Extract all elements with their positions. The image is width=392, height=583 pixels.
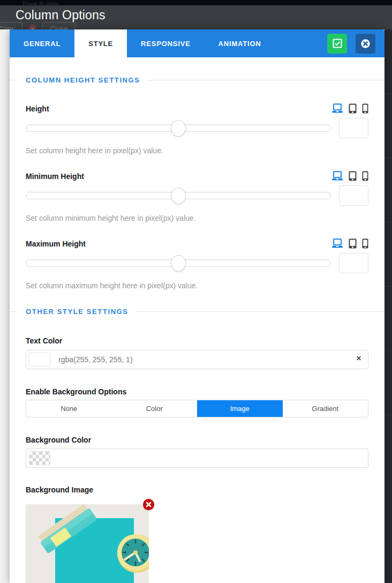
close-button[interactable]: Close (42, 22, 75, 29)
mobile-device-icon[interactable] (362, 171, 368, 181)
slider-track[interactable] (26, 253, 331, 273)
bg-option-gradient[interactable]: Gradient (283, 400, 368, 417)
section-heading-column-height: COLUMN HEIGHT SETTINGS (10, 76, 385, 84)
background-color-input[interactable] (26, 449, 368, 468)
modal-header: Column Options Copy ✕ Close (0, 5, 392, 29)
mobile-device-icon[interactable] (362, 238, 368, 249)
slider-label: Height (26, 104, 49, 113)
tab-general[interactable]: GENERAL (10, 29, 74, 57)
page-title: Column Options (16, 8, 105, 23)
desktop-device-icon[interactable] (331, 171, 343, 181)
slider-handle[interactable] (171, 188, 186, 204)
circle-x-icon (360, 39, 371, 49)
page: Page Builder Column Options Copy ✕ Close… (0, 0, 392, 583)
delete-icon[interactable]: ✕ (28, 25, 36, 29)
slider-track[interactable] (26, 118, 331, 138)
device-switcher (331, 171, 368, 181)
tab-style[interactable]: STYLE (74, 29, 127, 57)
bg-option-none[interactable]: None (26, 400, 112, 417)
backdrop-top-bar: Page Builder (0, 0, 392, 5)
backdrop-toolbar: Copy ✕ Close (0, 22, 76, 29)
slider-handle[interactable] (171, 255, 186, 272)
section-heading-other-style: OTHER STYLE SETTINGS (10, 308, 385, 316)
section-heading-text: OTHER STYLE SETTINGS (26, 308, 129, 316)
device-switcher (331, 103, 368, 114)
background-image-thumbnail (26, 504, 149, 583)
tablet-device-icon[interactable] (349, 103, 357, 114)
remove-image-button[interactable] (143, 499, 154, 510)
color-swatch[interactable] (29, 353, 50, 367)
backdrop-left-strip (0, 29, 10, 583)
slider-label: Maximum Height (26, 240, 86, 248)
tablet-device-icon[interactable] (349, 238, 357, 249)
bg-option-image[interactable]: Image (197, 400, 283, 417)
desktop-device-icon[interactable] (331, 238, 343, 249)
clear-color-icon[interactable]: ✕ (356, 355, 361, 362)
dismiss-button[interactable] (356, 34, 375, 54)
apply-button[interactable] (327, 34, 347, 54)
copy-button[interactable]: Copy (0, 22, 22, 29)
circle-x-delete-icon (146, 502, 152, 507)
background-image-label: Background Image (26, 485, 93, 494)
device-switcher (331, 238, 368, 249)
value-input[interactable] (339, 253, 368, 273)
transparent-swatch[interactable] (29, 451, 50, 465)
checkbox-check-icon (332, 38, 343, 49)
modal-content: COLUMN HEIGHT SETTINGS HeightSet column … (10, 57, 385, 583)
background-options-label: Enable Background Options (26, 387, 126, 396)
slider-label: Minimum Height (26, 172, 84, 181)
bg-option-color[interactable]: Color (112, 400, 198, 417)
slider-handle[interactable] (171, 120, 186, 137)
slider-track[interactable] (26, 185, 331, 206)
tab-bar: GENERAL STYLE RESPONSIVE ANIMATION (10, 29, 385, 57)
tab-responsive[interactable]: RESPONSIVE (127, 29, 205, 57)
field-help-text: Set column height here in pixel(px) valu… (26, 146, 368, 155)
tab-actions (327, 29, 385, 57)
value-input[interactable] (339, 118, 368, 138)
mobile-device-icon[interactable] (362, 103, 368, 114)
background-image-preview[interactable] (26, 504, 149, 583)
field-help-text: Set column maximum height here in pixel(… (26, 281, 368, 290)
text-color-input[interactable]: rgba(255, 255, 255, 1) ✕ (26, 350, 368, 369)
backdrop-top-text: Page Builder (0, 0, 392, 5)
desktop-device-icon[interactable] (331, 103, 343, 114)
section-heading-text: COLUMN HEIGHT SETTINGS (26, 76, 140, 84)
backdrop-right-strip (385, 29, 392, 583)
background-options-segmented: None Color Image Gradient (26, 400, 368, 417)
tab-animation[interactable]: ANIMATION (205, 29, 275, 57)
text-color-value: rgba(255, 255, 255, 1) (58, 355, 133, 364)
column-options-modal: GENERAL STYLE RESPONSIVE ANIMATION (10, 29, 385, 583)
field-help-text: Set column minimum height here in pixel(… (26, 214, 368, 222)
tablet-device-icon[interactable] (349, 171, 357, 181)
background-color-label: Background Color (26, 436, 91, 444)
text-color-label: Text Color (26, 337, 62, 345)
value-input[interactable] (339, 185, 368, 206)
